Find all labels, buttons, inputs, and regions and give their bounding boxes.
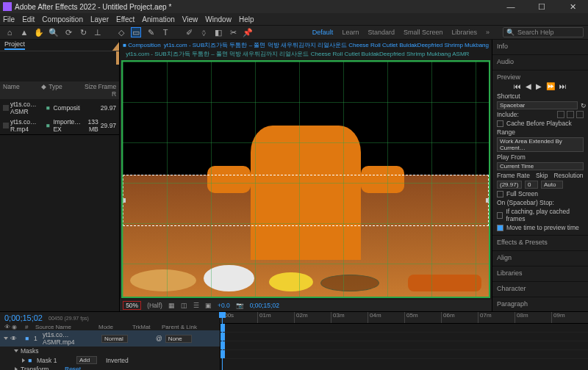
workspace-libraries[interactable]: Libraries [451, 29, 477, 36]
col-type[interactable]: Type [49, 83, 77, 98]
hdr-trkmat[interactable]: TrkMat [132, 324, 157, 330]
home-icon[interactable]: ⌂ [4, 27, 15, 37]
brush-tool-icon[interactable]: ✐ [184, 27, 194, 37]
menu-view[interactable]: View [182, 15, 198, 23]
playfrom-select[interactable]: Current Time [497, 162, 584, 170]
skip-select[interactable]: 0 [525, 181, 538, 189]
project-tab[interactable]: Project [4, 40, 25, 50]
rectangle-tool-icon[interactable]: ▭ [131, 27, 141, 37]
character-panel[interactable]: Character [497, 285, 584, 292]
framerate-select[interactable]: (29.97) [497, 181, 522, 189]
viewer-guides-icon[interactable]: ☰ [193, 302, 199, 309]
menu-file[interactable]: File [3, 15, 15, 23]
orbit-tool-icon[interactable]: ⟳ [63, 27, 74, 37]
close-button[interactable]: ✕ [560, 2, 585, 12]
prev-frame-icon[interactable]: ◀ [526, 82, 531, 90]
col-size[interactable]: Size [79, 83, 97, 98]
eraser-tool-icon[interactable]: ◧ [213, 27, 223, 37]
shortcut-select[interactable]: Spacebar [497, 101, 578, 109]
hdr-source[interactable]: Source Name [35, 324, 94, 330]
next-frame-icon[interactable]: ⏩ [546, 82, 555, 90]
workspace-more-icon[interactable]: » [486, 29, 490, 36]
play-icon[interactable]: ▶ [536, 82, 542, 90]
preview-panel[interactable]: Preview [497, 73, 584, 81]
expand-icon[interactable] [14, 349, 18, 352]
mask1-row[interactable]: ■ Mask 1 Add Inverted [0, 355, 220, 365]
movetime-checkbox[interactable] [497, 225, 503, 231]
current-timecode[interactable]: 0;00;15;02 [250, 302, 279, 309]
layer-mode[interactable]: Normal [101, 335, 128, 343]
snapshot-icon[interactable]: 📷 [236, 302, 244, 309]
viewer-grid-icon[interactable]: ▦ [168, 302, 175, 309]
col-fr[interactable]: Frame R [98, 83, 117, 98]
composition-viewer[interactable] [121, 60, 490, 298]
zoom-dropdown[interactable]: 50% [123, 301, 141, 310]
reset-button[interactable]: Reset [65, 366, 81, 370]
anchor-tool-icon[interactable]: ◇ [116, 27, 126, 37]
paragraph-panel[interactable]: Paragraph [497, 300, 584, 308]
rotate-tool-icon[interactable]: ↻ [78, 27, 88, 37]
layer-bar[interactable] [220, 350, 225, 358]
audio-panel[interactable]: Audio [497, 58, 584, 65]
layer-bar[interactable] [220, 341, 225, 349]
workspace-default[interactable]: Default [312, 29, 334, 36]
type-tool-icon[interactable]: T [160, 27, 171, 37]
menu-composition[interactable]: Composition [42, 15, 83, 23]
roto-tool-icon[interactable]: ✂ [228, 27, 238, 37]
maximize-button[interactable]: ☐ [529, 2, 554, 12]
menu-animation[interactable]: Animation [142, 15, 174, 23]
expand-icon[interactable] [15, 367, 18, 370]
workspace-small[interactable]: Small Screen [404, 29, 443, 36]
first-frame-icon[interactable]: ⏮ [514, 82, 521, 90]
libraries-panel[interactable]: Libraries [497, 269, 584, 277]
align-panel[interactable]: Align [497, 254, 584, 261]
search-help-input[interactable]: 🔍 Search Help [503, 27, 584, 37]
mask-mode[interactable]: Add [76, 356, 97, 364]
loop-icon[interactable]: ↻ [581, 102, 587, 109]
menu-edit[interactable]: Edit [22, 15, 35, 23]
exposure-value[interactable]: +0.0 [218, 302, 230, 309]
comp-tab-active[interactable]: yt1s.com - SUB치즈가득 두툼한 – 쫄면 먹방 새우튀김까지 리얼… [164, 41, 489, 49]
pen-tool-icon[interactable]: ✎ [146, 27, 156, 37]
playhead[interactable] [222, 312, 223, 370]
hdr-parent[interactable]: Parent & Link [162, 324, 197, 330]
mask-selection-box[interactable] [123, 175, 489, 226]
last-frame-icon[interactable]: ⏭ [559, 82, 567, 90]
workspace-learn[interactable]: Learn [342, 29, 359, 36]
asset-row[interactable]: yt1s.co…R.mp4 ■ Importe…EX 133 MB 29.97 [0, 117, 119, 134]
timeline-ruler[interactable]: :00s 01m 02m 03m 04m 05m 06m 07m 08m 09m [220, 312, 588, 324]
cache-checkbox[interactable] [497, 120, 503, 127]
transform-row[interactable]: Transform Reset [0, 365, 220, 370]
minimize-button[interactable]: — [498, 2, 523, 12]
hand-tool-icon[interactable]: ✋ [34, 27, 44, 37]
zoom-tool-icon[interactable]: 🔍 [49, 27, 59, 37]
timeline-timecode[interactable]: 0;00;15;02 [4, 313, 43, 322]
resolution-select[interactable]: Auto [541, 181, 563, 189]
col-label-icon[interactable]: ◆ [41, 83, 48, 98]
info-panel[interactable]: Info [497, 43, 584, 50]
include-video-icon[interactable] [557, 111, 564, 118]
mask-handle-right[interactable] [486, 198, 490, 203]
comp-breadcrumb[interactable]: yt1s.com - SUB치즈가득 두툼한 – 쫄면 먹방 새우튀김까지 리얼… [126, 51, 469, 57]
menu-effect[interactable]: Effect [116, 15, 135, 23]
range-select[interactable]: Work Area Extended By Current… [497, 137, 584, 152]
masks-row[interactable]: Masks [0, 347, 220, 355]
expand-icon[interactable] [4, 337, 8, 340]
layer-parent[interactable]: None [165, 335, 192, 343]
mask-handle-left[interactable] [121, 198, 126, 203]
puppet-tool-icon[interactable]: 📌 [243, 27, 253, 37]
include-audio-icon[interactable] [567, 111, 574, 118]
mask-inverted[interactable]: Inverted [106, 357, 129, 364]
menu-help[interactable]: Help [239, 15, 254, 23]
layer-bar[interactable] [220, 333, 225, 341]
col-name[interactable]: Name [3, 83, 40, 98]
expand-icon[interactable] [22, 358, 25, 363]
selection-tool-icon[interactable]: ▲ [19, 27, 29, 37]
layer-bar[interactable] [220, 324, 225, 332]
menu-window[interactable]: Window [205, 15, 232, 23]
ifcaching-checkbox[interactable] [497, 212, 503, 219]
menu-layer[interactable]: Layer [90, 15, 109, 23]
fullscreen-checkbox[interactable] [497, 191, 503, 197]
effects-presets-panel[interactable]: Effects & Presets [497, 239, 584, 246]
viewer-channel-icon[interactable]: ▣ [205, 302, 212, 309]
